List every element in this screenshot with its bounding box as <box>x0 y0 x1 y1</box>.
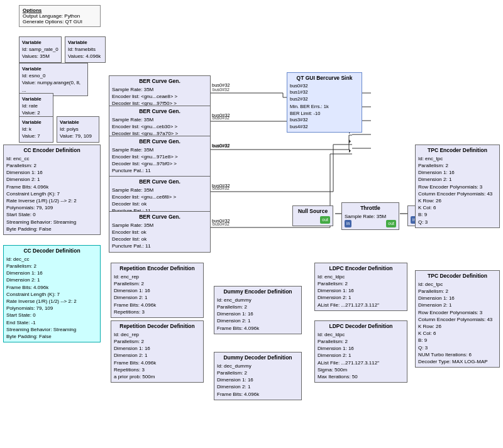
tpc-enc-f10: Q: 3 <box>418 219 497 226</box>
variable-samp-rate: Variable Id: samp_rate_0 Values: 35M <box>19 36 62 63</box>
rep-dec-f1: Id: dec_rep <box>114 331 201 338</box>
cc-dec-f11: Streaming Behavior: Streaming <box>6 326 97 333</box>
var-val-label: Values: 4.096k <box>68 53 102 60</box>
cc-dec-f10: End State: -1 <box>6 319 97 326</box>
rep-enc-title: Repetition Encoder Definition <box>114 265 201 273</box>
tpc-dec-f11: NUM Turbo Iterations: 6 <box>418 351 497 358</box>
cc-dec-f1: Id: dec_cc <box>6 256 97 263</box>
tpc-dec-f1: Id: dec_tpc <box>418 281 497 288</box>
ber-gen-5-title: BER Curve Gen. <box>112 214 207 221</box>
rep-enc-f1: Id: enc_rep <box>114 273 201 280</box>
output-language-row: Output Language: Python <box>23 13 97 19</box>
ber-gen-1-enc: Encoder list: <gnu...ceae8> > <box>112 93 207 100</box>
ldpc-dec-f6: Sigma: 500m <box>318 366 404 373</box>
variable-k: Variable Id: k Value: 7 <box>19 116 53 143</box>
qt-gui-sink: QT GUI Bercurve Sink bus0#32 bus1#32 bus… <box>287 72 362 133</box>
dummy-enc-f4: Dimension 2: 1 <box>217 317 299 324</box>
tpc-enc-f2: Parallelism: 2 <box>418 162 497 169</box>
ldpc-dec-f3: Dimension 1: 16 <box>318 345 404 352</box>
cc-enc-f10: Streaming Behavior: Streaming <box>6 219 97 226</box>
dummy-decoder: Dummy Decoder Definition Id: dec_dummy P… <box>214 352 302 400</box>
cc-decoder: CC Decoder Definition Id: dec_cc Paralle… <box>3 245 101 342</box>
ldpc-enc-f1: Id: enc_ldpc <box>318 273 404 280</box>
rep-enc-f6: Repetitions: 3 <box>114 309 201 315</box>
tpc-enc-f3: Dimension 1: 16 <box>418 169 497 176</box>
var-val: Value: numpy.arange(0, 8, ... <box>22 79 85 93</box>
cc-enc-f8: Polynomials: 79, 109 <box>6 204 97 211</box>
dummy-enc-f5: Frame Bits: 4.096k <box>217 325 299 332</box>
output-language-label: Output Language: <box>23 13 63 19</box>
var-title: Variable <box>22 65 85 72</box>
dummy-encoder: Dummy Encoder Definition Id: enc_dummy P… <box>214 286 302 334</box>
dummy-enc-title: Dummy Encoder Definition <box>217 288 299 296</box>
dummy-dec-f1: Id: dec_dummy <box>217 363 299 369</box>
cc-enc-f6: Constraint Length (K): 7 <box>6 190 97 197</box>
generate-options-label: Generate Options: <box>23 19 64 25</box>
ldpc-enc-f5: AList File: ...271.127.3.112" <box>318 302 404 309</box>
cc-enc-f4: Dimension 2: 1 <box>6 176 97 183</box>
tpc-enc-f7: K Row: 26 <box>418 197 497 204</box>
tpc-dec-f3: Dimension 1: 16 <box>418 295 497 302</box>
rep-dec-f7: a prior prob: 500m <box>114 373 201 380</box>
ldpc-enc-title: LDPC Encoder Definition <box>318 265 404 273</box>
main-canvas: bus0#32 bus0#32 bus0#32 bus0#32 bus0#32 <box>0 0 503 448</box>
cc-enc-f3: Dimension 1: 16 <box>6 169 97 176</box>
variable-polys: Variable Id: polys Value: 79, 109 <box>57 116 99 143</box>
generate-options-row: Generate Options: QT GUI <box>23 19 97 25</box>
qt-gui-bus3: bus3#32 <box>290 117 359 124</box>
ber-gen-5: BER Curve Gen. Sample Rate: 35M Encoder … <box>109 211 211 253</box>
ldpc-dec-f1: Id: dec_ldpc <box>318 331 404 338</box>
tpc-encoder: TPC Encoder Definition Id: enc_tpc Paral… <box>415 145 500 228</box>
tpc-enc-f5: Row Encoder Polynomials: 3 <box>418 183 497 190</box>
cc-dec-f9: Start State: 0 <box>6 312 97 319</box>
qt-gui-min-ber: Min. BER Errs.: 1k <box>290 104 359 111</box>
qt-gui-ber-limit: BER Limit: -10 <box>290 111 359 117</box>
ldpc-dec-title: LDPC Decoder Definition <box>318 323 404 331</box>
null-source: Null Source out <box>292 205 333 226</box>
qt-gui-bus4: bus4#32 <box>290 124 359 131</box>
bus-label-5: bus0#32 <box>212 218 230 224</box>
qt-gui-title: QT GUI Bercurve Sink <box>290 75 359 82</box>
ldpc-encoder: LDPC Encoder Definition Id: enc_ldpc Par… <box>314 263 407 311</box>
variable-esno: Variable Id: esno_0 Value: numpy.arange(… <box>19 63 88 96</box>
cc-dec-f6: Constraint Length (K): 7 <box>6 291 97 298</box>
ber-gen-4-title: BER Curve Gen. <box>112 178 207 186</box>
rep-dec-f5: Frame Bits: 4.096k <box>114 359 201 366</box>
tpc-enc-f9: B: 9 <box>418 211 497 218</box>
ldpc-enc-f3: Dimension 1: 16 <box>318 287 404 294</box>
dummy-dec-f4: Dimension 2: 1 <box>217 383 299 390</box>
ber-gen-4-enc: Encoder list: <gnu...ce6f8> > <box>112 194 207 200</box>
rep-dec-f6: Repetitions: 3 <box>114 366 201 373</box>
cc-dec-f2: Parallelism: 2 <box>6 263 97 270</box>
tpc-enc-f8: K Col: 6 <box>418 204 497 211</box>
throttle-out-port: out <box>386 220 396 227</box>
var-title: Variable <box>22 96 50 102</box>
tpc-enc-f4: Dimension 2: 1 <box>418 176 497 183</box>
svg-marker-22 <box>349 139 351 143</box>
cc-enc-f7: Rate Inverse (1/R) (1/2) --> 2: 2 <box>6 197 97 204</box>
ber-gen-3-dec: Decoder list: <gnu...97bf0> > <box>112 160 207 167</box>
cc-dec-f7: Rate Inverse (1/R) (1/2) --> 2: 2 <box>6 298 97 305</box>
bus-label-4: bus0#32 <box>212 183 230 188</box>
dummy-dec-f5: Frame Bits: 4.096k <box>217 391 299 398</box>
rep-dec-f4: Dimension 2: 1 <box>114 352 201 359</box>
var-title: Variable <box>22 119 50 126</box>
tpc-dec-f8: K Col: 6 <box>418 330 497 337</box>
var-id: Id: rate <box>22 102 50 109</box>
ldpc-dec-f5: AList File: ...271.127.3.112" <box>318 359 404 366</box>
rep-enc-f4: Dimension 2: 1 <box>114 294 201 301</box>
var-val: Value: 79, 109 <box>60 133 96 139</box>
svg-marker-23 <box>349 149 351 153</box>
var-val-label: Values: 35M <box>22 53 58 60</box>
bus-label-2: bus0#32 <box>212 112 230 118</box>
rep-dec-title: Repetition Decoder Definition <box>114 323 201 331</box>
throttle: Throttle Sample Rate: 35M in out <box>341 202 399 230</box>
tpc-enc-title: TPC Encoder Definition <box>418 147 497 155</box>
dummy-dec-title: Dummy Decoder Definition <box>217 354 299 362</box>
dummy-dec-f3: Dimension 1: 16 <box>217 376 299 383</box>
ber-gen-2-title: BER Curve Gen. <box>112 108 207 116</box>
var-val: Value: 2 <box>22 109 50 116</box>
throttle-in-port: in <box>345 220 351 227</box>
tpc-enc-f6: Column Encoder Polynomials: 43 <box>418 190 497 197</box>
ldpc-enc-f2: Parallelism: 2 <box>318 280 404 287</box>
